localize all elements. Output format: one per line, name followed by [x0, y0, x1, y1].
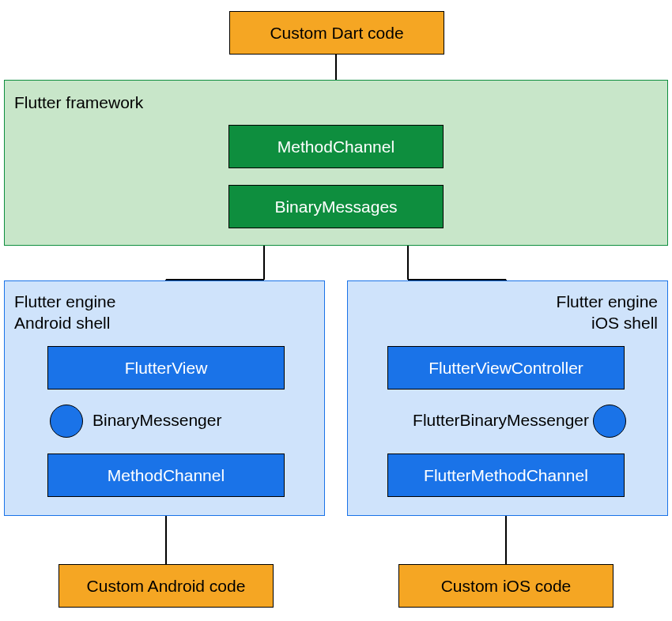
android-binary-messenger-icon: [50, 405, 83, 438]
ios-binary-messenger-icon: [593, 405, 626, 438]
flutter-framework-title: Flutter framework: [14, 92, 143, 113]
android-shell-title: Flutter engine Android shell: [14, 291, 115, 334]
framework-method-channel-box: MethodChannel: [228, 125, 444, 168]
android-title-line2: Android shell: [14, 314, 110, 332]
ios-binary-messenger-label: FlutterBinaryMessenger: [360, 411, 589, 430]
android-binary-messenger-label: BinaryMessenger: [92, 411, 221, 430]
ios-method-channel-box: FlutterMethodChannel: [387, 454, 625, 497]
android-title-line1: Flutter engine: [14, 292, 115, 310]
custom-android-code-box: Custom Android code: [59, 564, 274, 608]
ios-title-line1: Flutter engine: [557, 292, 658, 310]
ios-shell-title: Flutter engine iOS shell: [557, 291, 658, 334]
android-method-channel-box: MethodChannel: [47, 454, 285, 497]
custom-ios-code-box: Custom iOS code: [398, 564, 613, 608]
framework-binary-messages-box: BinaryMessages: [228, 185, 444, 228]
custom-dart-code-box: Custom Dart code: [229, 11, 444, 55]
android-flutter-view-box: FlutterView: [47, 346, 285, 390]
ios-flutter-view-controller-box: FlutterViewController: [387, 346, 625, 390]
ios-title-line2: iOS shell: [591, 314, 658, 332]
